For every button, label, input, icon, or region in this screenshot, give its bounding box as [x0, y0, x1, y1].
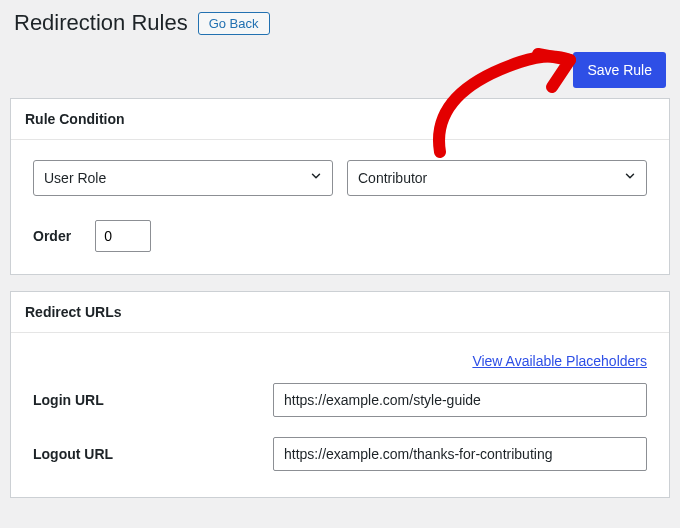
logout-url-input[interactable]: [273, 437, 647, 471]
login-url-label: Login URL: [33, 392, 273, 408]
condition-type-select[interactable]: User Role: [33, 160, 333, 196]
logout-url-label: Logout URL: [33, 446, 273, 462]
order-label: Order: [33, 228, 71, 244]
redirect-urls-title: Redirect URLs: [11, 292, 669, 333]
condition-value-select[interactable]: Contributor: [347, 160, 647, 196]
view-placeholders-link[interactable]: View Available Placeholders: [472, 353, 647, 369]
redirect-urls-panel: Redirect URLs View Available Placeholder…: [10, 291, 670, 498]
go-back-button[interactable]: Go Back: [198, 12, 270, 35]
login-url-input[interactable]: [273, 383, 647, 417]
save-rule-button[interactable]: Save Rule: [573, 52, 666, 88]
rule-condition-title: Rule Condition: [11, 99, 669, 140]
order-input[interactable]: [95, 220, 151, 252]
page-title: Redirection Rules: [14, 10, 188, 36]
rule-condition-panel: Rule Condition User Role Contributor Ord…: [10, 98, 670, 275]
